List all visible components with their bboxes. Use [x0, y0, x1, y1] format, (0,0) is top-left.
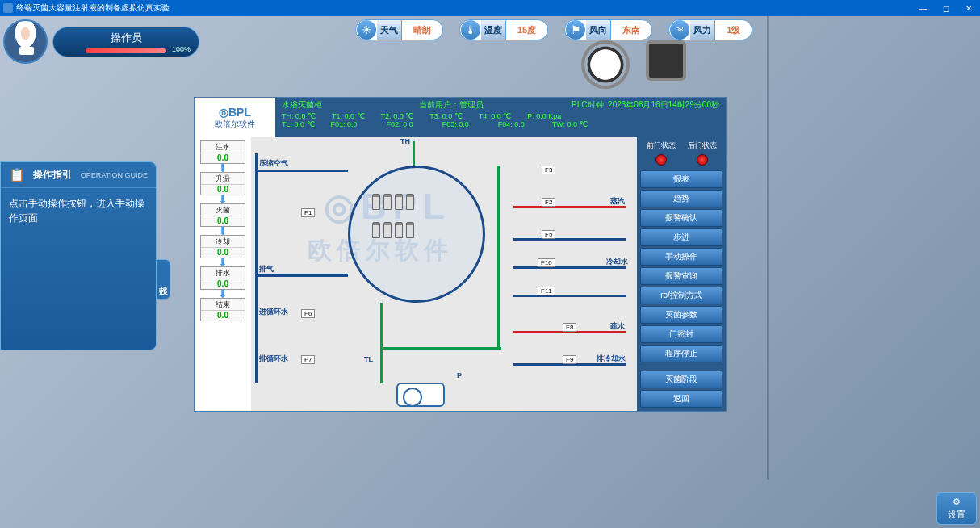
valve-f3[interactable]: F3: [542, 166, 555, 174]
arrow-down-icon: ⬇: [218, 164, 228, 172]
hmi-panel: ◎BPL 欧倍尔软件 水浴灭菌柜 当前用户：管理员 PLC时钟 2023年08月…: [194, 97, 727, 412]
trend-button[interactable]: 趋势: [640, 190, 722, 207]
guide-subtitle: OPERATION GUIDE: [81, 171, 148, 179]
manual-operation-button[interactable]: 手动操作: [640, 248, 722, 266]
step-drain[interactable]: 排水0.0: [200, 266, 245, 290]
clipboard-icon: 📋: [9, 167, 25, 182]
valve-f5[interactable]: F5: [542, 230, 555, 239]
valve-f10[interactable]: F10: [538, 258, 555, 267]
pid-diagram: ◎BPL 欧倍尔软件 压缩空气: [251, 137, 637, 411]
hmi-status-bar: 水浴灭菌柜 当前用户：管理员 PLC时钟 2023年08月16日14时29分00…: [275, 98, 726, 137]
env-weather: ☀ 天气 晴朗: [355, 19, 443, 40]
bottles-row-1: [372, 194, 414, 210]
operator-avatar[interactable]: [3, 19, 48, 64]
alarm-query-button[interactable]: 报警查询: [640, 267, 722, 285]
step-inject-water[interactable]: 注水0.0: [200, 140, 245, 164]
close-button[interactable]: ✕: [961, 4, 977, 13]
return-button[interactable]: 返回: [640, 390, 722, 408]
collapse-button[interactable]: 收起: [156, 259, 170, 300]
env-wind-force: ༄ 风力 1级: [668, 19, 752, 40]
valve-f7[interactable]: F7: [301, 355, 315, 364]
operator-panel: 操作员 100%: [3, 19, 199, 64]
wall-gauge-2: [646, 40, 686, 81]
window-title: 终端灭菌大容量注射液的制备虚拟仿真实验: [16, 2, 170, 14]
report-button[interactable]: 报表: [640, 170, 722, 188]
guide-content: 点击手动操作按钮，进入手动操作页面: [1, 188, 156, 350]
step-heat-up[interactable]: 升温0.0: [200, 172, 245, 195]
valve-f9[interactable]: F9: [563, 355, 576, 364]
wind-icon: ༄: [670, 20, 689, 40]
pump: [396, 383, 445, 407]
room-divider: [767, 16, 769, 480]
minimize-button[interactable]: —: [914, 4, 932, 13]
sterilize-params-button[interactable]: 灭菌参数: [640, 306, 722, 324]
ro-control-mode-button[interactable]: ro/控制方式: [640, 287, 722, 304]
thermometer-icon: 🌡: [461, 20, 480, 40]
valve-f8[interactable]: F8: [563, 323, 576, 332]
valve-f11[interactable]: F11: [538, 287, 555, 295]
wall-gauge-1: [581, 40, 630, 89]
process-steps: 注水0.0 ⬇ 升温0.0 ⬇ 灭菌0.0 ⬇ 冷却0.0 ⬇ 排水0.0 ⬇ …: [195, 137, 251, 411]
front-door-label: 前门状态: [647, 140, 676, 151]
step-sterilize[interactable]: 灭菌0.0: [200, 203, 245, 227]
back-door-light: [697, 154, 708, 166]
env-temperature: 🌡 温度 15度: [459, 19, 548, 40]
bottles-row-2: [372, 222, 414, 238]
arrow-down-icon: ⬇: [218, 227, 228, 235]
step-button[interactable]: 步进: [640, 228, 722, 246]
button-panel: 前门状态 后门状态 报表 趋势 报警确认 步进 手动操作 报警查询 ro/控制方…: [637, 137, 726, 411]
hp-percent: 100%: [172, 45, 191, 53]
guide-title: 操作指引: [33, 168, 72, 182]
arrow-down-icon: ⬇: [218, 195, 228, 203]
sterilizer-tank: [348, 166, 485, 303]
operator-name: 操作员: [86, 31, 166, 45]
sun-icon: ☀: [357, 20, 376, 40]
step-end[interactable]: 结束0.0: [200, 298, 245, 321]
gear-icon: ⚙: [953, 497, 961, 507]
operator-name-badge: 操作员 100%: [52, 27, 199, 57]
settings-button[interactable]: ⚙ 设置: [936, 492, 977, 525]
environment-bar: ☀ 天气 晴朗 🌡 温度 15度 ⚑ 风向 东南 ༄ 风力 1级: [355, 19, 752, 40]
arrow-down-icon: ⬇: [218, 290, 228, 298]
program-stop-button[interactable]: 程序停止: [640, 345, 722, 362]
valve-f2[interactable]: F2: [542, 198, 555, 207]
titlebar: 终端灭菌大容量注射液的制备虚拟仿真实验 — ◻ ✕: [0, 0, 980, 16]
valve-f6[interactable]: F6: [301, 309, 315, 318]
flag-icon: ⚑: [566, 20, 585, 40]
maximize-button[interactable]: ◻: [938, 4, 954, 13]
app-icon: [3, 3, 13, 13]
alarm-confirm-button[interactable]: 报警确认: [640, 209, 722, 227]
env-wind-direction: ⚑ 风向 东南: [564, 19, 652, 40]
plc-clock: PLC时钟 2023年08月16日14时29分00秒: [572, 99, 719, 111]
back-door-label: 后门状态: [688, 140, 717, 151]
hmi-logo: ◎BPL 欧倍尔软件: [195, 98, 275, 137]
system-name: 水浴灭菌柜: [282, 99, 330, 111]
door-seal-button[interactable]: 门密封: [640, 325, 722, 343]
valve-f1[interactable]: F1: [301, 208, 315, 217]
guide-panel: 📋 操作指引 OPERATION GUIDE 点击手动操作按钮，进入手动操作页面…: [0, 161, 157, 350]
sterilize-phase-button[interactable]: 灭菌阶段: [640, 371, 722, 388]
hp-bar: [86, 48, 166, 53]
arrow-down-icon: ⬇: [218, 258, 228, 266]
front-door-light: [655, 154, 667, 166]
current-user: 当前用户：管理员: [419, 99, 484, 111]
step-cool[interactable]: 冷却0.0: [200, 235, 245, 258]
